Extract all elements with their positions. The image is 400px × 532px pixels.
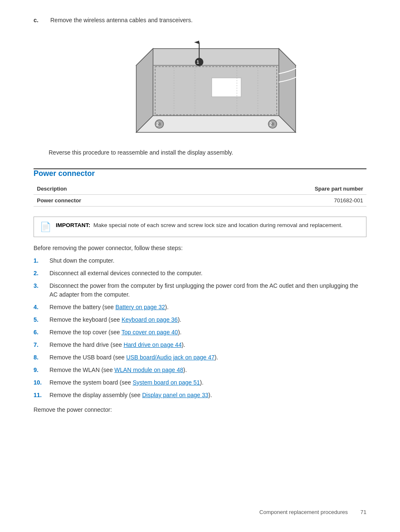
footer-label: Component replacement procedures [260,509,348,515]
section-title: Power connector [34,169,366,178]
step-text: Shut down the computer. [49,256,114,265]
list-item: 2. Disconnect all external devices conne… [34,269,366,278]
list-item: 11. Remove the display assembly (see Dis… [34,391,366,400]
part-description: Power connector [34,195,193,207]
step-text: Remove the system board (see System boar… [49,378,203,387]
step-num: 5. [34,315,45,324]
col-spare-part: Spare part number [193,183,366,195]
step-text: Remove the display assembly (see Display… [49,391,212,400]
step-c-container: c. Remove the wireless antenna cables an… [34,17,366,23]
list-item: 9. Remove the WLAN (see WLAN module on p… [34,366,366,374]
step-c-label: c. [34,17,42,23]
footer: Component replacement procedures 71 [260,509,366,515]
part-number: 701682-001 [193,195,366,207]
important-label: IMPORTANT: [56,222,90,228]
step-num: 10. [34,378,45,387]
keyboard-link[interactable]: Keyboard on page 36 [122,316,178,323]
step-num: 8. [34,353,45,362]
parts-table: Description Spare part number Power conn… [34,183,366,207]
important-icon: 📄 [40,222,52,232]
steps-list: 1. Shut down the computer. 2. Disconnect… [34,256,366,400]
laptop-diagram: 2 2 1 [107,32,308,141]
list-item: 8. Remove the USB board (see USB board/A… [34,353,366,362]
list-item: 6. Remove the top cover (see Top cover o… [34,328,366,337]
table-row: Power connector 701682-001 [34,195,366,207]
step-num: 9. [34,366,45,374]
step-num: 3. [34,281,45,290]
step-num: 11. [34,391,45,400]
top-cover-link[interactable]: Top cover on page 40 [122,329,178,336]
display-panel-link[interactable]: Display panel on page 33 [142,392,208,398]
list-item: 3. Disconnect the power from the compute… [34,281,366,299]
step-text: Remove the keyboard (see Keyboard on pag… [49,315,181,324]
step-text: Remove the battery (see Battery on page … [49,303,169,312]
list-item: 1. Shut down the computer. [34,256,366,265]
list-item: 4. Remove the battery (see Battery on pa… [34,303,366,312]
step-text: Disconnect the power from the computer b… [49,281,366,299]
list-item: 10. Remove the system board (see System … [34,378,366,387]
col-description: Description [34,183,193,195]
footer-page: 71 [361,509,366,515]
step-c-text: Remove the wireless antenna cables and t… [50,17,192,23]
step-num: 1. [34,256,45,265]
list-item: 7. Remove the hard drive (see Hard drive… [34,341,366,349]
step-text: Remove the top cover (see Top cover on p… [49,328,182,337]
system-board-link[interactable]: System board on page 51 [132,379,200,386]
step-num: 2. [34,269,45,278]
important-box: 📄 IMPORTANT: Make special note of each s… [34,217,366,237]
before-steps-intro: Before removing the power connector, fol… [34,245,366,251]
step-text: Remove the WLAN (see WLAN module on page… [49,366,187,374]
usb-board-link[interactable]: USB board/Audio jack on page 47 [126,354,215,361]
svg-text:2: 2 [270,122,272,127]
reverse-note: Reverse this procedure to reassemble and… [49,149,366,156]
important-text: IMPORTANT: Make special note of each scr… [56,221,343,230]
step-text: Remove the hard drive (see Hard drive on… [49,341,185,349]
step-text: Remove the USB board (see USB board/Audi… [49,353,218,362]
wlan-link[interactable]: WLAN module on page 48 [114,367,183,373]
svg-point-18 [195,58,203,66]
svg-marker-0 [136,49,296,65]
step-num: 7. [34,341,45,349]
step-num: 6. [34,328,45,337]
hard-drive-link[interactable]: Hard drive on page 44 [124,341,182,348]
important-body: Make special note of each screw and scre… [94,222,343,228]
step-text: Disconnect all external devices connecte… [49,269,203,278]
svg-text:1: 1 [197,60,199,65]
svg-text:2: 2 [156,122,159,127]
svg-rect-6 [212,78,241,97]
step-num: 4. [34,303,45,312]
diagram-container: 2 2 1 [49,32,366,141]
list-item: 5. Remove the keyboard (see Keyboard on … [34,315,366,324]
remove-note: Remove the power connector: [34,406,366,413]
battery-link[interactable]: Battery on page 32 [115,304,165,310]
